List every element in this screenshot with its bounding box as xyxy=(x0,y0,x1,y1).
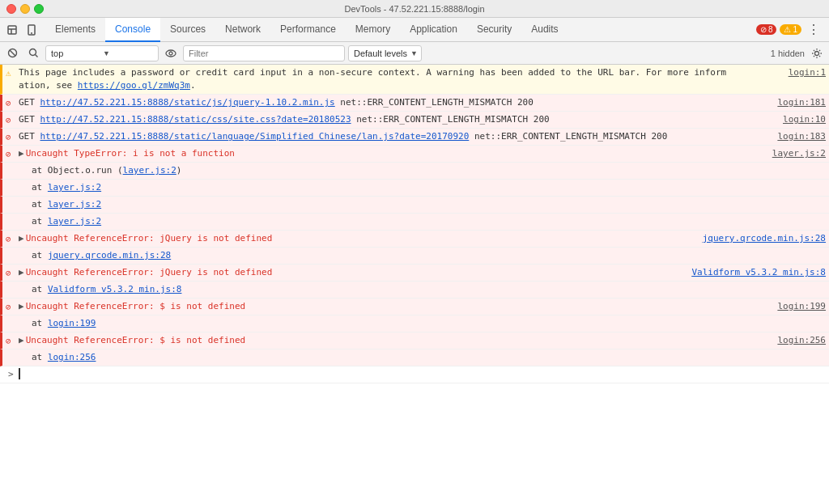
cursor-row[interactable]: > xyxy=(0,366,829,383)
expand-arrow-4[interactable]: ▶ xyxy=(19,300,24,313)
get-location-3[interactable]: login:183 xyxy=(729,130,826,143)
toolbar-row: top ▼ Default levels ▼ 1 hidden xyxy=(0,42,829,65)
tab-audits[interactable]: Audits xyxy=(521,18,568,42)
error-icon-6: ⊘ xyxy=(6,267,11,280)
window-title: DevTools - 47.52.221.15:8888/login xyxy=(344,4,484,14)
uncaught-refobj-validform-content: ▶Uncaught ReferenceError: jQuery is not … xyxy=(19,266,685,279)
cursor-prompt: > xyxy=(8,368,14,381)
stack-link-3[interactable]: layer.js:2 xyxy=(48,199,101,210)
inspect-icon[interactable] xyxy=(3,21,21,39)
get-error-content-3: GET http://47.52.221.15:8888/static/lang… xyxy=(19,130,729,143)
get-url-1[interactable]: http://47.52.221.15:8888/static/js/jquer… xyxy=(40,97,335,108)
tab-security[interactable]: Security xyxy=(467,18,521,42)
uncaught-refobj-qrcode-content: ▶Uncaught ReferenceError: jQuery is not … xyxy=(19,232,696,245)
error-icon-5: ⊘ xyxy=(6,233,11,246)
context-selector[interactable]: top ▼ xyxy=(45,45,159,61)
expand-arrow-5[interactable]: ▶ xyxy=(19,334,24,347)
tab-sources[interactable]: Sources xyxy=(160,18,215,42)
error-icon-3: ⊘ xyxy=(6,131,11,144)
dollar-199-stack-link[interactable]: login:199 xyxy=(48,318,96,328)
get-location-2[interactable]: login:10 xyxy=(729,113,826,126)
error-icon-4: ⊘ xyxy=(6,148,11,161)
qrcode-stack-1: at jquery.qrcode.min.js:28 xyxy=(0,248,829,265)
expand-arrow-2[interactable]: ▶ xyxy=(19,232,24,245)
maximize-button[interactable] xyxy=(34,4,44,14)
typeerror-stack-4: at layer.js:2 xyxy=(0,214,829,231)
warning-message-content: This page includes a password or credit … xyxy=(19,66,729,92)
svg-point-10 xyxy=(169,52,172,55)
validform-stack-link[interactable]: Validform v5.3.2 min.js:8 xyxy=(48,284,182,294)
validform-location[interactable]: Validform v5.3.2 min.js:8 xyxy=(685,266,826,279)
traffic-lights xyxy=(6,4,44,14)
device-icon[interactable] xyxy=(23,21,40,39)
dollar-199-stack-1: at login:199 xyxy=(0,316,829,332)
uncaught-refobj-validform-row: ⊘ ▶Uncaught ReferenceError: jQuery is no… xyxy=(0,265,829,282)
svg-line-6 xyxy=(10,50,15,56)
cursor-caret xyxy=(19,368,20,379)
get-url-2[interactable]: http://47.52.221.15:8888/static/css/site… xyxy=(40,114,351,125)
dollar-256-location[interactable]: login:256 xyxy=(729,334,826,347)
stack-link-2[interactable]: layer.js:2 xyxy=(48,182,101,193)
title-bar: DevTools - 47.52.221.15:8888/login xyxy=(0,0,829,18)
uncaught-typeerror-location[interactable]: layer.js:2 xyxy=(729,147,826,160)
warning-link[interactable]: https://goo.gl/zmWq3m xyxy=(78,80,190,91)
typeerror-stack-1: at Object.o.run (layer.js:2) xyxy=(0,163,829,180)
svg-point-11 xyxy=(815,51,819,55)
filter-toggle-button[interactable] xyxy=(24,44,42,62)
get-error-content-2: GET http://47.52.221.15:8888/static/css/… xyxy=(19,113,729,126)
get-url-3[interactable]: http://47.52.221.15:8888/static/language… xyxy=(40,131,470,142)
get-error-row-3: ⊘ GET http://47.52.221.15:8888/static/la… xyxy=(0,129,829,146)
uncaught-refobj-qrcode-row: ⊘ ▶Uncaught ReferenceError: jQuery is no… xyxy=(0,231,829,248)
error-icon-1: ⊘ xyxy=(6,97,11,110)
log-level-selector[interactable]: Default levels ▼ xyxy=(348,45,422,61)
qrcode-location[interactable]: jquery.qrcode.min.js:28 xyxy=(696,232,826,245)
svg-rect-0 xyxy=(8,26,16,34)
context-dropdown-icon: ▼ xyxy=(103,49,155,57)
tab-right-controls: ⊘ 8 ⚠ 1 ⋮ xyxy=(756,21,823,39)
clear-console-button[interactable] xyxy=(3,44,21,62)
tab-memory[interactable]: Memory xyxy=(346,18,400,42)
tab-performance[interactable]: Performance xyxy=(270,18,346,42)
expand-arrow-3[interactable]: ▶ xyxy=(19,266,24,279)
uncaught-typeerror-row: ⊘ ▶Uncaught TypeError: i is not a functi… xyxy=(0,146,829,163)
stack-link-4[interactable]: layer.js:2 xyxy=(48,216,101,227)
minimize-button[interactable] xyxy=(20,4,30,14)
dollar-256-stack-1: at login:256 xyxy=(0,349,829,366)
typeerror-stack-3: at layer.js:2 xyxy=(0,197,829,214)
qrcode-link[interactable]: jquery.qrcode.min.js:28 xyxy=(703,233,826,244)
warning-icon: ⚠ xyxy=(6,67,11,80)
close-button[interactable] xyxy=(6,4,16,14)
svg-point-9 xyxy=(166,50,176,57)
error-icon-2: ⊘ xyxy=(6,114,11,127)
validform-link[interactable]: Validform v5.3.2 min.js:8 xyxy=(691,267,826,277)
stack-link-1[interactable]: layer.js:2 xyxy=(123,165,176,176)
error-count-badge: ⊘ 8 xyxy=(756,24,777,35)
dollar-199-location[interactable]: login:199 xyxy=(729,300,826,313)
uncaught-dollar-199-row: ⊘ ▶Uncaught ReferenceError: $ is not def… xyxy=(0,299,829,316)
console-output: ⚠ This page includes a password or credi… xyxy=(0,65,829,504)
tab-console[interactable]: Console xyxy=(105,18,160,42)
dollar-256-stack-link[interactable]: login:256 xyxy=(48,352,96,362)
eye-icon[interactable] xyxy=(162,44,180,62)
tab-application[interactable]: Application xyxy=(400,18,467,42)
get-error-row-2: ⊘ GET http://47.52.221.15:8888/static/cs… xyxy=(0,112,829,129)
warning-location[interactable]: login:1 xyxy=(729,66,826,79)
level-dropdown-icon: ▼ xyxy=(410,49,418,57)
console-settings-icon[interactable] xyxy=(808,44,826,62)
qrcode-stack-link[interactable]: jquery.qrcode.min.js:28 xyxy=(48,250,171,260)
warning-message-row: ⚠ This page includes a password or credi… xyxy=(0,65,829,95)
hidden-count: 1 hidden xyxy=(771,49,805,58)
tab-network[interactable]: Network xyxy=(215,18,270,42)
error-icon-7: ⊘ xyxy=(6,301,11,314)
tab-elements[interactable]: Elements xyxy=(45,18,105,42)
get-error-row-1: ⊘ GET http://47.52.221.15:8888/static/js… xyxy=(0,95,829,112)
error-icon-8: ⊘ xyxy=(6,335,11,348)
more-options-icon[interactable]: ⋮ xyxy=(805,21,823,39)
filter-input[interactable] xyxy=(183,45,345,61)
typeerror-stack-2: at layer.js:2 xyxy=(0,180,829,197)
uncaught-typeerror-content: ▶Uncaught TypeError: i is not a function xyxy=(19,147,729,160)
expand-arrow-1[interactable]: ▶ xyxy=(19,147,24,160)
uncaught-dollar-256-content: ▶Uncaught ReferenceError: $ is not defin… xyxy=(19,334,729,347)
get-location-1[interactable]: login:181 xyxy=(729,96,826,109)
tabs-row: Elements Console Sources Network Perform… xyxy=(0,18,829,42)
